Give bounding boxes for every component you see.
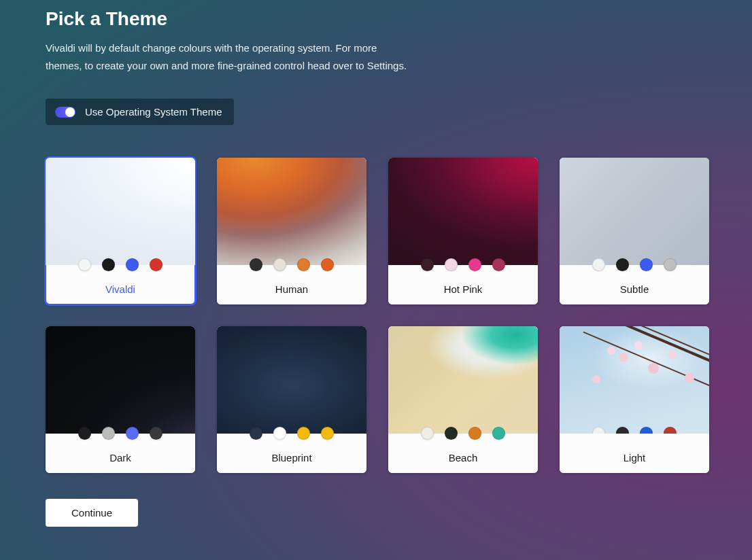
color-swatch [468,258,481,271]
color-swatch [445,258,458,271]
theme-preview [217,326,366,434]
theme-card-dark[interactable]: Dark [46,326,195,473]
color-swatches [421,258,505,271]
color-swatches [592,427,677,434]
color-swatch [102,427,115,440]
theme-card-hotpink[interactable]: Hot Pink [388,158,538,304]
color-swatch [273,427,286,440]
color-swatch [250,258,262,271]
theme-label: Light [560,434,709,473]
theme-card-beach[interactable]: Beach [388,326,538,473]
color-swatch [297,427,310,440]
color-swatch [321,258,334,271]
theme-card-vivaldi[interactable]: Vivaldi [46,158,195,304]
color-swatch [664,258,677,271]
color-swatch [421,427,434,440]
theme-card-human[interactable]: Human [217,158,366,304]
color-swatch [273,258,286,271]
color-swatch [250,427,262,440]
theme-preview [388,326,538,434]
theme-preview [560,158,709,265]
color-swatch [492,258,505,271]
theme-card-light[interactable]: Light [560,326,709,473]
color-swatch [78,427,91,440]
os-theme-toggle-label: Use Operating System Theme [85,106,222,118]
theme-preview [46,158,195,265]
theme-card-blueprint[interactable]: Blueprint [217,326,366,473]
theme-preview [388,158,538,265]
color-swatches [421,427,505,440]
color-swatch [150,427,163,440]
color-swatch [468,427,481,440]
theme-preview [560,326,709,434]
page-title: Pick a Theme [46,8,706,30]
color-swatch [592,258,605,271]
color-swatch [616,427,629,434]
continue-button[interactable]: Continue [46,499,138,527]
color-swatch [150,258,163,271]
theme-card-subtle[interactable]: Subtle [560,158,709,304]
toggle-switch-icon [55,107,75,118]
color-swatches [592,258,677,271]
theme-grid: VivaldiHumanHot PinkSubtleDarkBlueprintB… [46,158,706,473]
color-swatches [78,258,163,271]
color-swatch [445,427,458,440]
color-swatch [421,258,434,271]
color-swatch [616,258,629,271]
color-swatch [126,427,139,440]
color-swatch [640,427,653,434]
color-swatches [78,427,163,440]
color-swatch [592,427,605,434]
theme-preview [46,326,195,434]
color-swatch [640,258,653,271]
color-swatch [492,427,505,440]
color-swatches [250,258,334,271]
theme-preview [217,158,366,265]
color-swatch [664,427,677,434]
os-theme-toggle[interactable]: Use Operating System Theme [46,99,234,125]
color-swatches [250,427,334,440]
page-subtitle: Vivaldi will by default change colours w… [46,39,413,74]
color-swatch [78,258,91,271]
color-swatch [102,258,115,271]
color-swatch [126,258,139,271]
color-swatch [321,427,334,440]
color-swatch [297,258,310,271]
